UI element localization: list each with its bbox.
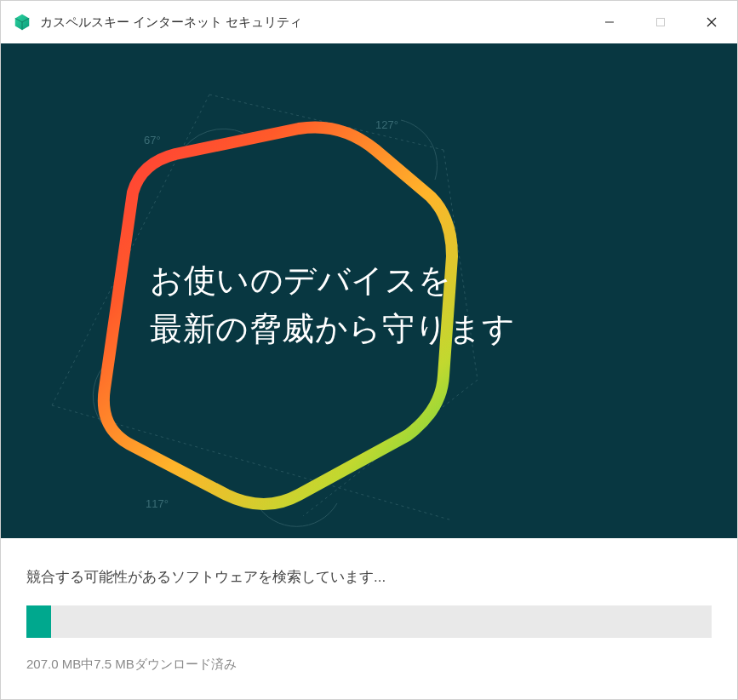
minimize-button[interactable] xyxy=(584,1,635,43)
angle-label-tr: 127° xyxy=(375,118,398,131)
window-controls xyxy=(584,1,737,43)
status-text: 競合する可能性があるソフトウェアを検索しています... xyxy=(26,567,712,587)
hero-headline: お使いのデバイスを 最新の脅威から守ります xyxy=(150,256,516,353)
angle-label-bl: 117° xyxy=(146,497,169,510)
hero-headline-line2: 最新の脅威から守ります xyxy=(150,305,516,353)
svg-rect-3 xyxy=(657,19,665,26)
download-text: 207.0 MB中7.5 MBダウンロード済み xyxy=(26,657,712,673)
angle-label-tl: 67° xyxy=(144,134,161,146)
svg-line-6 xyxy=(52,95,209,405)
hero-banner: 67° 127° 117° 26° お使いのデバイスを 最新の脅威から守ります xyxy=(1,43,737,538)
installer-window: カスペルスキー インターネット セキュリティ xyxy=(0,0,738,700)
hero-headline-line1: お使いのデバイスを xyxy=(150,256,516,305)
progress-bar xyxy=(26,605,712,638)
window-title: カスペルスキー インターネット セキュリティ xyxy=(40,14,584,31)
progress-fill xyxy=(26,605,51,638)
progress-section: 競合する可能性があるソフトウェアを検索しています... 207.0 MB中7.5… xyxy=(1,538,737,673)
maximize-button xyxy=(635,1,686,43)
titlebar: カスペルスキー インターネット セキュリティ xyxy=(1,1,737,43)
close-button[interactable] xyxy=(686,1,737,43)
app-logo-icon xyxy=(13,13,31,32)
